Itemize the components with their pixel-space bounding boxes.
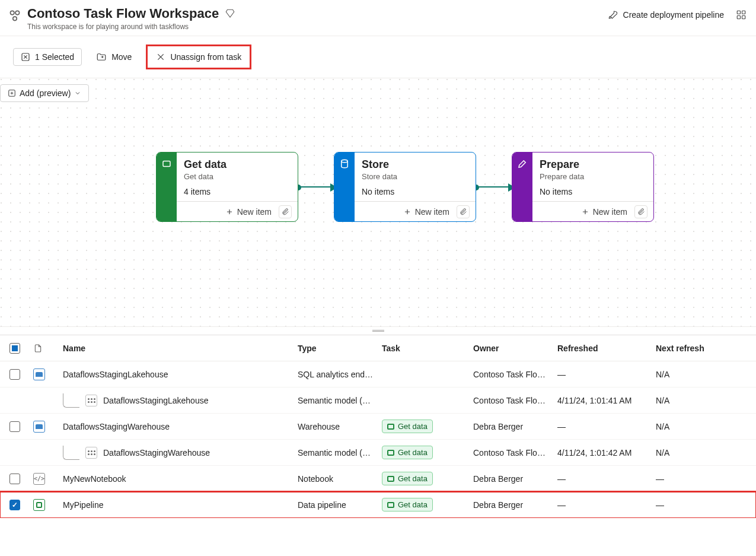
- cell-refreshed: 4/11/24, 1:01:42 AM: [554, 448, 652, 457]
- task-card-get-data[interactable]: Get data Get data 4 items New item: [156, 152, 298, 222]
- column-refreshed[interactable]: Refreshed: [554, 344, 652, 353]
- cell-type: Data pipeline: [294, 500, 378, 510]
- workspace-view-icon[interactable]: [736, 9, 747, 20]
- item-name: MyNewNotebook: [63, 474, 126, 484]
- items-table: Name Type Task Owner Refreshed Next refr…: [0, 335, 756, 518]
- select-all-checkbox[interactable]: [9, 343, 20, 354]
- table-row[interactable]: </>MyNewNotebookNotebookGet dataDebra Be…: [0, 466, 756, 492]
- task-badge-icon: [387, 502, 394, 508]
- add-preview-button[interactable]: Add (preview): [0, 84, 89, 102]
- task-accent: [334, 152, 355, 221]
- svg-rect-5: [737, 16, 740, 19]
- svg-rect-9: [163, 161, 170, 167]
- connector-line: [298, 186, 330, 188]
- semantic-model-icon: [85, 447, 97, 459]
- move-folder-icon: [96, 52, 107, 62]
- task-item-count: 4 items: [184, 187, 291, 196]
- add-preview-label: Add (preview): [20, 88, 71, 98]
- task-item-count: No items: [362, 187, 468, 196]
- task-badge-label: Get data: [398, 500, 428, 509]
- lakehouse-icon: [33, 368, 45, 380]
- task-badge[interactable]: Get data: [382, 498, 433, 511]
- svg-rect-4: [742, 11, 745, 14]
- item-name: DataflowsStagingWarehouse: [103, 448, 210, 457]
- table-row[interactable]: DataflowsStagingWarehouseSemantic model …: [0, 440, 756, 466]
- semantic-model-icon: [85, 395, 97, 406]
- taskflow-canvas[interactable]: Add (preview) Get data Get data 4 items …: [0, 78, 756, 327]
- svg-point-2: [13, 17, 17, 21]
- svg-point-1: [15, 11, 20, 14]
- cell-refreshed: —: [554, 422, 652, 431]
- pane-splitter[interactable]: [0, 327, 756, 335]
- column-next-refresh[interactable]: Next refresh: [652, 344, 747, 353]
- cell-type: SQL analytics end…: [294, 370, 378, 379]
- close-x-icon: [156, 52, 165, 62]
- row-checkbox[interactable]: [9, 369, 20, 380]
- new-item-button[interactable]: New item: [225, 207, 272, 217]
- svg-rect-6: [742, 16, 745, 19]
- item-name: MyPipeline: [63, 500, 103, 510]
- unassign-label: Unassign from task: [170, 52, 241, 62]
- task-card-prepare[interactable]: Prepare Prepare data No items New item: [512, 152, 654, 222]
- table-row[interactable]: DataflowsStagingLakehouseSQL analytics e…: [0, 361, 756, 387]
- workspace-description: This workspace is for playing around wit…: [27, 23, 235, 31]
- table-row[interactable]: MyPipelineData pipelineGet dataDebra Ber…: [0, 492, 756, 518]
- cell-owner: Debra Berger: [470, 474, 554, 484]
- task-title: Prepare: [540, 158, 646, 171]
- svg-point-10: [342, 160, 348, 163]
- row-checkbox[interactable]: [9, 474, 20, 484]
- connector-line: [476, 186, 508, 188]
- cell-next-refresh: —: [652, 474, 747, 484]
- move-button[interactable]: Move: [90, 48, 138, 66]
- new-item-label: New item: [593, 207, 627, 217]
- cell-refreshed: —: [554, 370, 652, 379]
- column-task[interactable]: Task: [378, 344, 470, 353]
- column-owner[interactable]: Owner: [470, 344, 554, 353]
- table-row[interactable]: DataflowsStagingWarehouseWarehouseGet da…: [0, 414, 756, 440]
- task-badge-icon: [387, 476, 394, 482]
- cell-next-refresh: N/A: [652, 370, 747, 379]
- cell-next-refresh: N/A: [652, 448, 747, 457]
- task-subtitle: Prepare data: [540, 172, 646, 181]
- row-checkbox[interactable]: [9, 500, 20, 510]
- task-item-count: No items: [540, 187, 646, 196]
- move-label: Move: [111, 52, 132, 62]
- row-checkbox[interactable]: [9, 421, 20, 432]
- svg-point-0: [10, 11, 14, 14]
- new-item-button[interactable]: New item: [403, 207, 449, 217]
- tree-connector-icon: [63, 446, 79, 460]
- clear-selection-icon: [21, 52, 30, 62]
- item-name: DataflowsStagingWarehouse: [63, 422, 170, 431]
- premium-diamond-icon: [225, 8, 235, 19]
- workspace-header: Contoso Task Flow Workspace This workspa…: [0, 0, 756, 36]
- unassign-highlight: Unassign from task: [146, 45, 251, 69]
- create-deployment-pipeline-label: Create deployment pipeline: [623, 10, 724, 20]
- attach-icon[interactable]: [634, 205, 647, 218]
- svg-rect-3: [737, 11, 740, 14]
- plus-icon: [8, 89, 16, 97]
- unassign-from-task-button[interactable]: Unassign from task: [156, 52, 241, 62]
- cell-type: Semantic model (…: [294, 396, 378, 405]
- gripper-icon: [372, 330, 384, 332]
- column-type[interactable]: Type: [294, 344, 378, 353]
- task-badge[interactable]: Get data: [382, 420, 433, 433]
- selected-count-button[interactable]: 1 Selected: [13, 48, 82, 66]
- column-type-icon[interactable]: [30, 343, 59, 354]
- new-item-label: New item: [415, 207, 449, 217]
- table-row[interactable]: DataflowsStagingLakehouseSemantic model …: [0, 387, 756, 414]
- create-deployment-pipeline-link[interactable]: Create deployment pipeline: [608, 9, 724, 20]
- cell-type: Notebook: [294, 474, 378, 484]
- cell-owner: Debra Berger: [470, 500, 554, 510]
- chevron-down-icon: [74, 90, 81, 97]
- attach-icon[interactable]: [279, 205, 292, 218]
- new-item-button[interactable]: New item: [581, 207, 627, 217]
- task-badge[interactable]: Get data: [382, 446, 433, 459]
- workspace-titleblock: Contoso Task Flow Workspace This workspa…: [27, 6, 235, 31]
- cell-type: Warehouse: [294, 422, 378, 431]
- table-header-row: Name Type Task Owner Refreshed Next refr…: [0, 335, 756, 361]
- attach-icon[interactable]: [457, 205, 470, 218]
- task-badge[interactable]: Get data: [382, 472, 433, 485]
- column-name[interactable]: Name: [59, 344, 294, 353]
- task-card-store[interactable]: Store Store data No items New item: [334, 152, 476, 222]
- cell-next-refresh: N/A: [652, 396, 747, 405]
